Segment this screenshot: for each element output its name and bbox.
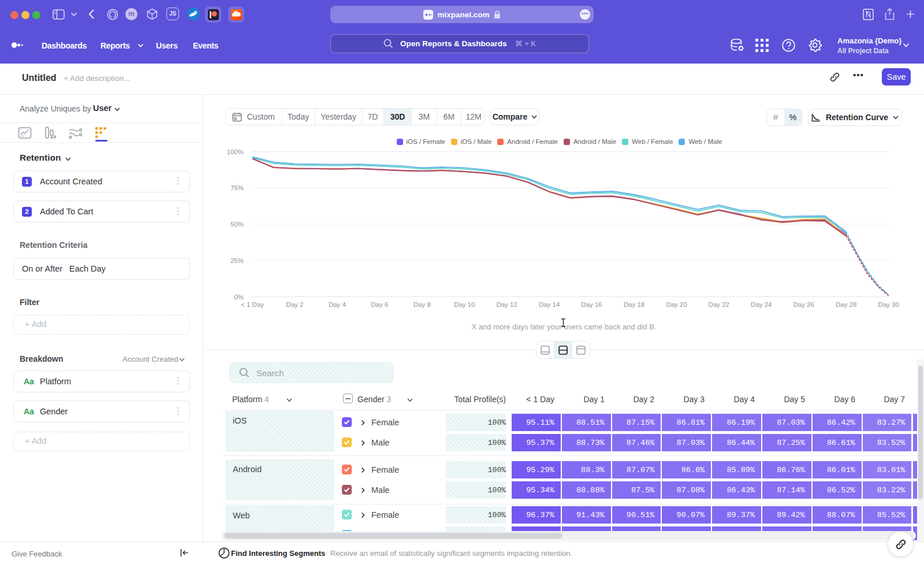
svg-text:Day 6: Day 6	[371, 301, 388, 308]
svg-text:< 1 Day: < 1 Day	[241, 301, 264, 308]
svg-text:25%: 25%	[230, 257, 244, 264]
svg-text:Day 12: Day 12	[496, 301, 517, 308]
svg-text:Day 20: Day 20	[666, 301, 687, 308]
svg-text:Day 14: Day 14	[539, 301, 560, 308]
svg-text:0%: 0%	[234, 294, 244, 300]
svg-text:Day 8: Day 8	[413, 301, 431, 308]
svg-text:Day 4: Day 4	[329, 301, 346, 308]
svg-text:Day 10: Day 10	[454, 301, 475, 308]
svg-text:Day 24: Day 24	[751, 301, 772, 308]
svg-text:Day 28: Day 28	[836, 301, 856, 308]
svg-text:Day 30: Day 30	[878, 301, 899, 308]
svg-text:Day 16: Day 16	[581, 301, 602, 308]
svg-text:Day 26: Day 26	[793, 301, 814, 308]
svg-text:Day 22: Day 22	[709, 301, 729, 308]
svg-text:Day 18: Day 18	[624, 301, 644, 308]
svg-text:50%: 50%	[230, 221, 244, 228]
svg-text:Day 2: Day 2	[286, 301, 303, 308]
svg-text:100%: 100%	[227, 149, 244, 155]
svg-text:75%: 75%	[230, 184, 244, 191]
